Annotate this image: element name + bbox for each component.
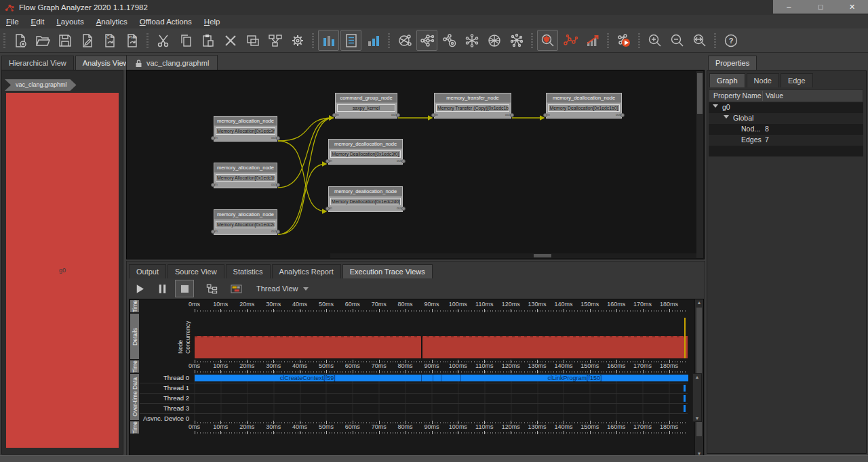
properties-tab-edge[interactable]: Edge xyxy=(781,73,813,87)
menu-item-analytics[interactable]: Analytics xyxy=(90,15,134,28)
document-tab[interactable]: vac_clang.graphml xyxy=(126,55,218,70)
tab-hierarchical-view[interactable]: Hierarchical View xyxy=(1,56,74,70)
cluster-layout-button[interactable] xyxy=(506,30,527,51)
menu-item-offload-actions[interactable]: Offload Actions xyxy=(134,15,198,28)
graph-node-memory_allocation_node[interactable]: memory_allocation_nodeMemory Allocation[… xyxy=(214,163,277,188)
cut-button[interactable] xyxy=(153,30,174,51)
trace-event[interactable] xyxy=(441,375,461,381)
delete-button[interactable] xyxy=(220,30,241,51)
export-cpp-button[interactable]: C++ xyxy=(99,30,120,51)
breadcrumb[interactable]: vac_clang.graphml xyxy=(5,79,77,91)
graph-overview-thumbnail[interactable]: g0 xyxy=(6,93,119,448)
properties-tab-graph[interactable]: Graph xyxy=(709,73,745,87)
graph-node-memory_deallocation_node[interactable]: memory_deallocation_nodeMemory Deallocat… xyxy=(546,93,622,119)
output-port[interactable] xyxy=(510,113,514,117)
new-file-button[interactable] xyxy=(9,30,31,51)
preferences-button[interactable] xyxy=(287,30,308,51)
properties-tab-node[interactable]: Node xyxy=(747,73,779,87)
export-png-button[interactable]: PNG xyxy=(121,30,142,51)
tab-execution-trace-views[interactable]: Execution Trace Views xyxy=(342,264,433,278)
expand-arrow-icon[interactable] xyxy=(724,115,729,119)
stop-button[interactable] xyxy=(175,280,194,297)
critical-path-button[interactable] xyxy=(559,30,580,51)
timeline-row-thread-2[interactable] xyxy=(193,394,688,404)
output-port[interactable] xyxy=(276,230,280,234)
zoom-in-button[interactable] xyxy=(644,30,665,51)
output-port[interactable] xyxy=(401,207,406,211)
save-file-button[interactable] xyxy=(54,30,75,51)
graph-node-memory_allocation_node[interactable]: memory_allocation_nodeMemory Allocation[… xyxy=(214,209,277,235)
graph-node-memory_deallocation_node[interactable]: memory_deallocation_nodeMemory Deallocat… xyxy=(328,139,403,165)
trace-event-mark[interactable] xyxy=(684,395,686,402)
zoom-out-button[interactable] xyxy=(667,30,688,51)
canvas-vertical-scrollbar[interactable] xyxy=(696,71,703,258)
menu-item-layouts[interactable]: Layouts xyxy=(50,15,90,28)
play-button[interactable] xyxy=(130,280,149,297)
property-row-nod[interactable]: Nod...8 xyxy=(709,124,863,135)
close-button[interactable]: ✕ xyxy=(836,0,868,14)
property-row-global[interactable]: Global xyxy=(709,113,863,124)
tab-properties[interactable]: Properties xyxy=(708,56,757,70)
output-port[interactable] xyxy=(396,113,400,117)
maximize-button[interactable]: □ xyxy=(805,0,837,14)
expand-arrow-icon[interactable] xyxy=(713,104,718,108)
graph-node-memory_deallocation_node[interactable]: memory_deallocation_nodeMemory Deallocat… xyxy=(328,186,403,212)
chart-view-button[interactable] xyxy=(363,30,384,51)
timeline-row-thread-3[interactable] xyxy=(193,404,688,414)
menu-item-edit[interactable]: Edit xyxy=(25,15,51,28)
thread-view-dropdown[interactable]: Thread View xyxy=(256,285,309,293)
timeline-row-thread-1[interactable] xyxy=(193,383,688,394)
open-file-button[interactable] xyxy=(32,30,53,51)
paste-button[interactable] xyxy=(197,30,218,51)
tab-output[interactable]: Output xyxy=(129,264,166,278)
graph-node-memory_allocation_node[interactable]: memory_allocation_nodeMemory Allocation[… xyxy=(214,116,277,142)
tab-source-view[interactable]: Source View xyxy=(167,264,224,278)
output-port[interactable] xyxy=(401,159,406,163)
trace-event-cllinkprogram-f150[interactable]: clLinkProgram[f150] xyxy=(460,375,688,381)
thread-rows-scrollbar[interactable]: ▲▼ xyxy=(692,373,702,422)
zoom-fit-button[interactable] xyxy=(689,30,710,51)
inspect-graph-button[interactable] xyxy=(537,30,558,51)
property-row-edges[interactable]: Edges7 xyxy=(709,135,863,146)
canvas-horizontal-scrollbar[interactable] xyxy=(330,253,696,258)
node-title: memory_deallocation_node xyxy=(329,187,402,196)
force-layout-button[interactable] xyxy=(484,30,505,51)
trace-event-mark[interactable] xyxy=(684,405,686,412)
edit-graph-button[interactable] xyxy=(77,30,98,51)
timeline-color-mode-button[interactable] xyxy=(226,280,245,297)
new-file-icon xyxy=(12,33,28,49)
pause-button[interactable] xyxy=(153,280,172,297)
ruler-tick-label: 180ms xyxy=(654,301,684,308)
tree-view-toggle-button[interactable] xyxy=(202,280,221,297)
menu-item-help[interactable]: Help xyxy=(198,15,226,28)
run-trace-button[interactable] xyxy=(613,30,634,51)
statistics-view-button[interactable] xyxy=(318,30,339,51)
tree-layout-button[interactable] xyxy=(416,30,437,51)
timeline-row-thread-0[interactable]: clCreateContext[f59]clLinkProgram[f150] xyxy=(193,373,688,383)
tab-analytics-report[interactable]: Analytics Report xyxy=(272,264,341,278)
property-row-g0[interactable]: g0 xyxy=(709,102,863,113)
network-layout-button[interactable] xyxy=(394,30,415,51)
graph-canvas[interactable]: memory_allocation_nodeMemory Allocation[… xyxy=(126,70,705,259)
copy-button[interactable] xyxy=(175,30,196,51)
group-selection-button[interactable] xyxy=(242,30,263,51)
trace-event-clcreatecontext-f59[interactable]: clCreateContext[f59] xyxy=(195,375,421,381)
help-button[interactable]: ? xyxy=(720,30,741,51)
targeted-tree-layout-button[interactable] xyxy=(439,30,460,51)
output-port[interactable] xyxy=(276,183,280,187)
graph-node-command_group_node[interactable]: command_group_nodesaxpy_kernelinout xyxy=(335,93,397,119)
circular-layout-button[interactable] xyxy=(461,30,482,51)
ruler-tick-label: 120ms xyxy=(496,301,526,308)
output-port[interactable] xyxy=(620,113,625,117)
report-icon xyxy=(343,33,359,49)
menu-item-file[interactable]: File xyxy=(0,15,25,28)
trace-event-mark[interactable] xyxy=(684,385,686,392)
trace-event[interactable] xyxy=(421,375,434,381)
performance-analysis-button[interactable] xyxy=(582,30,603,51)
report-view-button[interactable] xyxy=(340,30,361,51)
minimize-button[interactable]: – xyxy=(773,0,805,14)
arrange-nodes-button[interactable] xyxy=(264,30,285,51)
graph-node-memory_transfer_node[interactable]: memory_transfer_nodeMemory Transfer (Cop… xyxy=(434,93,511,119)
output-port[interactable] xyxy=(276,136,280,140)
tab-statistics[interactable]: Statistics xyxy=(226,264,271,278)
